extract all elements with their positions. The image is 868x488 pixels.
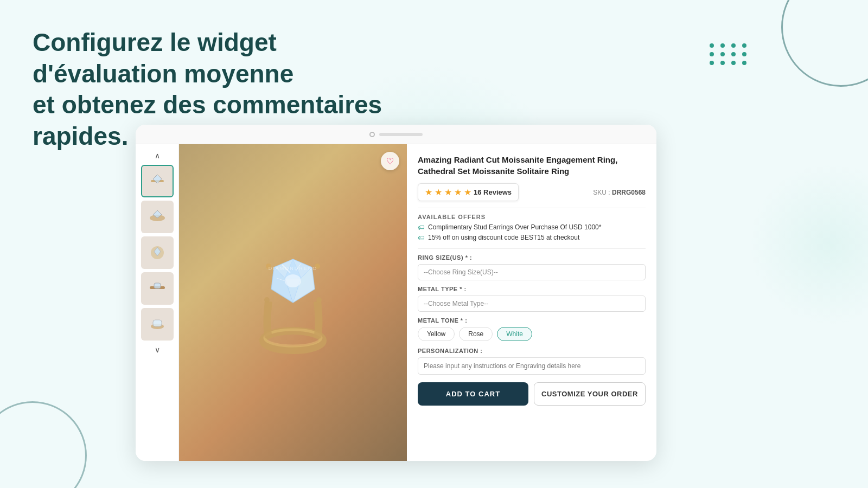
main-image-background xyxy=(179,144,407,461)
personalization-label: PERSONALIZATION : xyxy=(418,348,646,354)
reviews-row: ★ ★ ★ ★ ★ 16 Reviews SKU : DRRG0568 xyxy=(418,183,646,201)
offers-section: AVAILABLE OFFERS 🏷 Complimentary Stud Ea… xyxy=(418,214,646,242)
thumbnail-2-image xyxy=(142,202,173,232)
thumbnail-1-image xyxy=(142,166,173,196)
offer-tag-2: 🏷 xyxy=(418,234,425,242)
offer-text-1: Complimentary Stud Earrings Over Purchas… xyxy=(428,223,601,231)
metal-tone-options: Yellow Rose White xyxy=(418,327,646,341)
wishlist-button[interactable]: ♡ xyxy=(381,152,399,170)
svg-point-17 xyxy=(285,274,301,287)
tablet-bar xyxy=(136,125,656,144)
thumbnail-nav-down[interactable]: ∨ xyxy=(150,344,165,356)
thumbnail-sidebar: ∧ xyxy=(136,144,179,461)
personalization-input[interactable] xyxy=(418,357,646,375)
product-layout: ∧ xyxy=(136,144,656,461)
sku-value: DRRG0568 xyxy=(612,189,646,196)
decorative-circle-bottom-left xyxy=(0,401,87,488)
reviews-count: 16 Reviews xyxy=(474,188,512,196)
decorative-dots xyxy=(710,43,749,65)
tone-yellow[interactable]: Yellow xyxy=(418,327,455,341)
tablet-frame: ∧ xyxy=(136,125,656,461)
thumbnail-5-image xyxy=(142,309,173,339)
divider-2 xyxy=(418,248,646,249)
star-2: ★ xyxy=(435,187,442,197)
star-1: ★ xyxy=(425,187,432,197)
offer-item-1: 🏷 Complimentary Stud Earrings Over Purch… xyxy=(418,223,646,232)
thumbnail-4-image xyxy=(142,273,173,304)
metal-tone-label: METAL TONE * : xyxy=(418,317,646,324)
customize-button[interactable]: CUSTOMIZE YOUR ORDER xyxy=(534,382,646,406)
ring-size-label: RING SIZE(US) * : xyxy=(418,254,646,261)
svg-rect-7 xyxy=(154,283,161,288)
metal-type-select[interactable]: --Choose Metal Type-- xyxy=(418,296,646,312)
ring-size-select[interactable]: --Choose Ring Size(US)-- xyxy=(418,264,646,280)
sku-label: SKU : DRRG0568 xyxy=(593,189,646,196)
tablet-bar-indicator xyxy=(369,132,375,137)
svg-rect-9 xyxy=(153,320,162,326)
thumbnail-2[interactable] xyxy=(141,201,174,233)
offer-tag-1: 🏷 xyxy=(418,223,425,232)
metal-type-label: METAL TYPE * : xyxy=(418,286,646,292)
star-3: ★ xyxy=(444,187,452,197)
tone-white[interactable]: White xyxy=(497,327,532,341)
add-to-cart-button[interactable]: ADD TO CART xyxy=(418,382,528,406)
main-product-image: DIAMONDRENO ♡ xyxy=(179,144,407,461)
decorative-circle-top-right xyxy=(781,0,868,87)
thumbnail-3-image xyxy=(142,237,173,268)
divider-1 xyxy=(418,208,646,208)
action-buttons: ADD TO CART CUSTOMIZE YOUR ORDER xyxy=(418,382,646,406)
star-4: ★ xyxy=(454,187,462,197)
product-details-panel: Amazing Radiant Cut Moissanite Engagemen… xyxy=(407,144,656,461)
tone-rose[interactable]: Rose xyxy=(459,327,493,341)
watermark: DIAMONDRENO xyxy=(269,266,318,271)
offer-text-2: 15% off on using discount code BEST15 at… xyxy=(428,234,579,241)
thumbnail-nav-up[interactable]: ∧ xyxy=(150,150,165,162)
star-5: ★ xyxy=(464,187,471,197)
ring-illustration xyxy=(222,216,363,389)
tablet-bar-progress xyxy=(379,133,423,136)
thumbnail-5[interactable] xyxy=(141,308,174,341)
reviews-badge[interactable]: ★ ★ ★ ★ ★ 16 Reviews xyxy=(418,183,519,201)
offer-item-2: 🏷 15% off on using discount code BEST15 … xyxy=(418,234,646,242)
thumbnail-3[interactable] xyxy=(141,236,174,269)
decorative-circle-right xyxy=(749,163,868,325)
thumbnail-1[interactable] xyxy=(141,165,174,197)
thumbnail-4[interactable] xyxy=(141,272,174,305)
offers-title: AVAILABLE OFFERS xyxy=(418,214,646,220)
product-title: Amazing Radiant Cut Moissanite Engagemen… xyxy=(418,154,646,177)
